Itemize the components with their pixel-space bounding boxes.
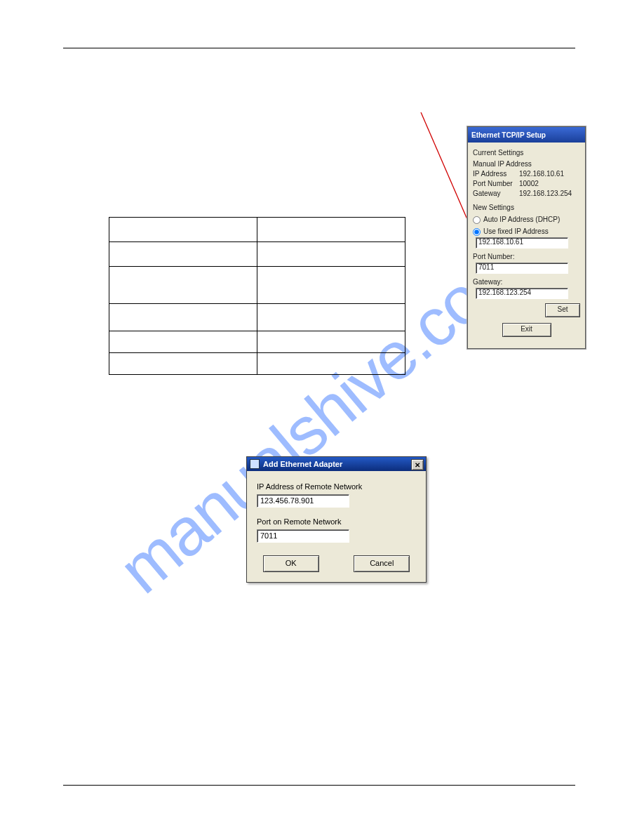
remote-ip-label: IP Address of Remote Network xyxy=(257,482,416,491)
radio-auto-ip-input[interactable] xyxy=(473,216,481,224)
port-number-label: Port Number xyxy=(473,179,519,189)
add-ethernet-adapter-dialog: Add Ethernet Adapter ✕ IP Address of Rem… xyxy=(246,456,427,583)
address-mode-line: Manual IP Address xyxy=(473,159,580,169)
radio-auto-ip-label: Auto IP Address (DHCP) xyxy=(483,215,560,225)
panel-title: Ethernet TCP/IP Setup xyxy=(471,131,546,139)
new-settings-header: New Settings xyxy=(473,203,580,213)
page-rule-bottom xyxy=(63,785,575,786)
table-row xyxy=(109,242,405,267)
gateway-value: 192.168.123.254 xyxy=(519,189,580,199)
remote-port-label: Port on Remote Network xyxy=(257,517,416,526)
fixed-ip-input[interactable]: 192.168.10.61 xyxy=(476,237,568,249)
port-number-input[interactable]: 7011 xyxy=(476,263,568,274)
gateway-label: Gateway xyxy=(473,189,519,199)
ip-address-value: 192.168.10.61 xyxy=(519,169,580,179)
remote-ip-input[interactable]: 123.456.78.901 xyxy=(257,494,349,508)
radio-fixed-ip-input[interactable] xyxy=(473,228,481,236)
remote-port-input[interactable]: 7011 xyxy=(257,529,349,543)
table-row xyxy=(109,331,405,353)
ethernet-tcpip-setup-panel: Ethernet TCP/IP Setup Current Settings M… xyxy=(467,126,586,349)
table-row xyxy=(109,353,405,375)
radio-auto-ip[interactable]: Auto IP Address (DHCP) xyxy=(473,215,580,225)
panel-titlebar: Ethernet TCP/IP Setup xyxy=(468,127,585,143)
dialog-title: Add Ethernet Adapter xyxy=(263,460,342,468)
current-settings-header: Current Settings xyxy=(473,148,580,158)
radio-fixed-ip-label: Use fixed IP Address xyxy=(483,227,549,237)
dialog-titlebar[interactable]: Add Ethernet Adapter ✕ xyxy=(247,457,426,471)
table-row xyxy=(109,304,405,331)
app-icon xyxy=(250,459,260,469)
exit-button[interactable]: Exit xyxy=(502,323,551,337)
ip-address-label: IP Address xyxy=(473,169,519,179)
ok-button[interactable]: OK xyxy=(263,555,319,572)
set-button[interactable]: Set xyxy=(545,303,580,317)
close-icon[interactable]: ✕ xyxy=(411,459,424,470)
radio-fixed-ip[interactable]: Use fixed IP Address xyxy=(473,227,580,237)
gateway-input[interactable]: 192.168.123.254 xyxy=(476,288,568,299)
data-table xyxy=(109,217,405,375)
table-row xyxy=(109,218,405,242)
port-number-value: 10002 xyxy=(519,179,580,189)
table-row xyxy=(109,267,405,304)
cancel-button[interactable]: Cancel xyxy=(354,555,410,572)
page-rule-top xyxy=(63,48,575,48)
gateway-field-label: Gateway: xyxy=(473,277,580,287)
port-number-field-label: Port Number: xyxy=(473,252,580,262)
